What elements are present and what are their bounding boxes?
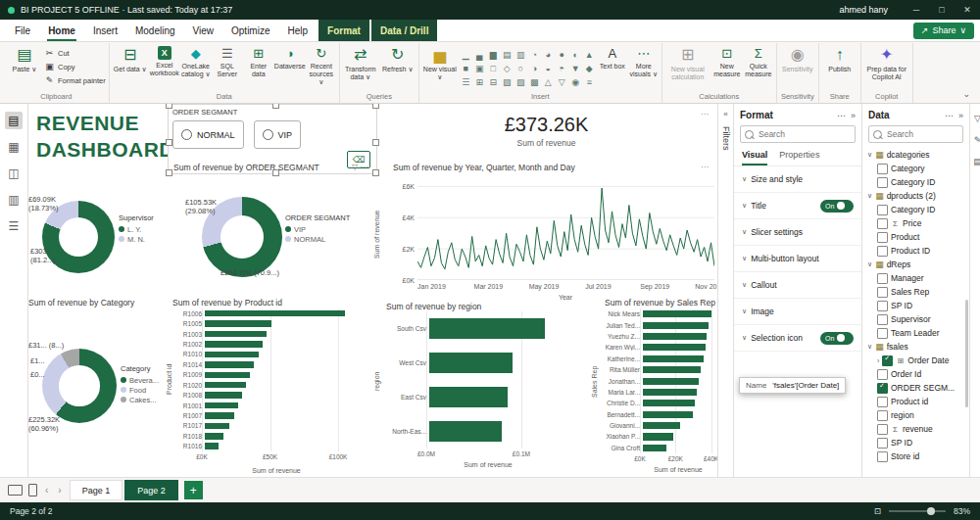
legend-item[interactable]: NORMAL — [285, 234, 350, 244]
bar[interactable] — [643, 355, 704, 362]
more-options-icon[interactable]: ⋯ — [837, 111, 846, 120]
bar[interactable] — [643, 411, 693, 418]
field-checkbox[interactable] — [877, 369, 888, 380]
bar-row[interactable]: R1005 — [174, 318, 352, 328]
visual-type-icon[interactable]: ◕ — [542, 48, 555, 61]
menu-tab-data-drill[interactable]: Data / Drill — [371, 20, 437, 41]
visual-type-icon[interactable]: ▨ — [514, 75, 527, 88]
bar-row[interactable]: R1008 — [174, 390, 352, 400]
page-tab-page-1[interactable]: Page 1 — [70, 480, 123, 500]
bar[interactable] — [643, 433, 673, 440]
minimize-button[interactable]: ─ — [904, 0, 929, 20]
visual-type-icon[interactable]: ◉ — [569, 75, 582, 88]
visual-type-icon[interactable]: ▲ — [583, 48, 596, 61]
bar-row[interactable]: R1017 — [174, 421, 352, 431]
menu-tab-help[interactable]: Help — [278, 20, 317, 41]
bar[interactable] — [429, 421, 502, 443]
bar[interactable] — [643, 366, 701, 373]
field-category-id[interactable]: Category ID — [862, 203, 969, 216]
enter-data-button[interactable]: ⊞Enter data — [244, 43, 273, 78]
field-checkbox[interactable] — [877, 287, 888, 298]
visual-type-icon[interactable]: ◔ — [528, 48, 541, 61]
transform-data-button[interactable]: ⇄Transform data ∨ — [343, 43, 378, 81]
visual-type-icon[interactable]: ◒ — [542, 62, 555, 74]
bar[interactable] — [205, 382, 246, 388]
toggle-on[interactable]: On — [820, 200, 854, 213]
visual-type-icon[interactable]: ■ — [460, 62, 472, 74]
menu-tab-modeling[interactable]: Modeling — [126, 20, 184, 41]
cut-button[interactable]: ✂Cut — [44, 48, 106, 58]
bar-row[interactable]: Jonathan... — [599, 375, 716, 386]
bar-row[interactable]: R1007 — [174, 410, 352, 420]
menu-tab-home[interactable]: Home — [39, 20, 84, 41]
quick-measure-button[interactable]: ΣQuick measure — [744, 43, 773, 78]
visual-type-icon[interactable]: ▧ — [501, 75, 514, 88]
visual-type-icon[interactable]: ▆ — [487, 48, 500, 61]
bar-row[interactable]: South Csv — [381, 311, 550, 346]
menu-tab-insert[interactable]: Insert — [84, 20, 126, 41]
bar-row[interactable]: East Csv — [381, 380, 550, 414]
bar-row[interactable]: Yuezhu Z... — [599, 331, 716, 342]
field-revenue[interactable]: Σrevenue — [862, 422, 969, 436]
paste-button[interactable]: ▤Paste ∨ — [7, 43, 42, 73]
revenue-time-line-chart[interactable]: £0K£2K£4K£6KJan 2019Mar 2019May 2019Jul … — [417, 180, 714, 280]
field-checkbox[interactable] — [877, 218, 888, 229]
page-tab-page-2[interactable]: Page 2 — [124, 480, 178, 500]
data-search-box[interactable] — [868, 125, 963, 143]
maximize-button[interactable]: □ — [929, 0, 955, 20]
field-checkbox[interactable] — [877, 397, 888, 407]
bar-row[interactable]: Christie D... — [599, 398, 716, 408]
menu-tab-file[interactable]: File — [6, 20, 39, 41]
bar[interactable] — [205, 402, 238, 408]
field-region[interactable]: region — [862, 408, 969, 422]
visual-type-icon[interactable]: □ — [487, 62, 500, 74]
expand-pane-icon[interactable]: « — [723, 110, 727, 118]
bar-row[interactable]: R1006 — [174, 308, 352, 318]
legend-item[interactable]: M. N. — [119, 234, 154, 244]
bar[interactable] — [205, 310, 345, 316]
field-checkbox[interactable] — [877, 246, 888, 257]
bar-row[interactable]: North-Eas... — [381, 414, 550, 449]
bar-row[interactable]: Maria Lar... — [599, 387, 716, 398]
menu-tab-view[interactable]: View — [184, 20, 223, 41]
bar[interactable] — [429, 387, 508, 408]
field-checkbox[interactable] — [877, 301, 888, 311]
field-checkbox[interactable] — [877, 314, 888, 325]
add-page-button[interactable]: + — [184, 481, 203, 499]
bar-row[interactable]: Bernadett... — [599, 409, 716, 420]
bar[interactable] — [643, 378, 699, 385]
format-section-size-and-style[interactable]: ∨Size and style — [734, 166, 861, 193]
scrollbar[interactable] — [965, 300, 968, 407]
field-sales-rep[interactable]: Sales Rep — [862, 285, 969, 299]
bar-row[interactable]: Katherine... — [599, 354, 716, 364]
field-store-id[interactable]: Store id — [862, 449, 969, 463]
bar[interactable] — [205, 341, 263, 347]
get-data-button[interactable]: ⊟Get data ∨ — [113, 43, 148, 73]
field-checkbox[interactable] — [877, 410, 888, 421]
bar[interactable] — [643, 422, 680, 429]
field-checkbox[interactable] — [882, 355, 893, 366]
collapse-pane-icon[interactable]: » — [851, 111, 856, 120]
bar-row[interactable]: R1010 — [174, 350, 352, 359]
visual-type-icon[interactable]: ▤ — [501, 48, 514, 61]
selection-handle[interactable] — [372, 139, 379, 146]
tab-visual[interactable]: Visual — [742, 150, 767, 165]
visual-type-icon[interactable]: ● — [556, 48, 568, 61]
visual-type-icon[interactable]: △ — [542, 75, 555, 88]
field-order-date[interactable]: ›⊞Order Date — [862, 354, 969, 367]
format-pane-icon[interactable]: ✎ — [974, 135, 980, 145]
filter-funnel-icon[interactable]: ▽ — [352, 163, 358, 171]
new-measure-button[interactable]: ⊡New measure — [712, 43, 742, 78]
more-options-icon[interactable]: ⋯ — [701, 110, 709, 118]
field-checkbox[interactable] — [877, 438, 888, 449]
bar[interactable] — [205, 352, 259, 357]
visual-type-icon[interactable]: ◐ — [569, 48, 582, 61]
visual-type-icon[interactable]: ◇ — [501, 62, 514, 74]
tmdl-view-icon[interactable]: ☰ — [5, 217, 23, 235]
field-checkbox[interactable] — [877, 273, 888, 284]
visual-type-icon[interactable]: ☰ — [460, 75, 472, 88]
field-checkbox[interactable] — [877, 177, 888, 188]
salesrep-bar-chart[interactable]: £0K£20K£40KNick MearsJulian Ted...Yuezhu… — [599, 308, 716, 453]
format-search-box[interactable] — [740, 125, 856, 143]
bar[interactable] — [205, 433, 223, 439]
